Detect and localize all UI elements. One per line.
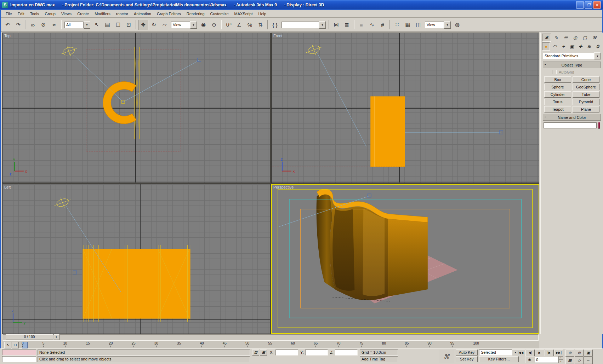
spinner-down-button[interactable]: ▾: [558, 360, 563, 363]
select-and-scale-button[interactable]: ▱: [159, 20, 170, 30]
object-type-button[interactable]: Torus: [544, 99, 571, 105]
key-mode-toggle[interactable]: ◉: [525, 357, 534, 363]
subtab-lights[interactable]: ✦: [559, 42, 567, 51]
key-selection-dropdown[interactable]: Selected ▼: [479, 349, 519, 356]
curve-editor-button[interactable]: ∿: [367, 20, 377, 30]
x-coordinate-input[interactable]: [277, 350, 298, 355]
viewport-front[interactable]: Front z: [271, 33, 539, 183]
helper-node-square[interactable]: [499, 131, 503, 134]
render-type-dropdown[interactable]: View ▼: [425, 21, 451, 29]
named-selection-dropdown[interactable]: ▼: [281, 21, 326, 29]
set-key-button[interactable]: Set Key: [456, 356, 478, 362]
extruded-c-shape-3d[interactable]: [317, 189, 428, 300]
rectangular-selection-region-button[interactable]: ☐: [113, 20, 123, 30]
object-type-button[interactable]: Sphere: [544, 84, 571, 90]
menu-item[interactable]: Help: [256, 11, 269, 17]
restore-button[interactable]: ❐: [585, 1, 592, 9]
subtab-cameras[interactable]: ▣: [568, 42, 576, 51]
menu-item[interactable]: File: [3, 11, 15, 17]
extruded-c-shape-top-view[interactable]: [103, 82, 136, 124]
add-time-tag[interactable]: Add Time Tag: [360, 356, 398, 362]
rendered-frame-window-button[interactable]: ◫: [413, 20, 423, 30]
select-and-rotate-button[interactable]: ↻: [149, 20, 159, 30]
subtab-space-warps[interactable]: ≋: [585, 42, 593, 51]
helper-gizmo[interactable]: [53, 195, 72, 210]
chevron-down-icon[interactable]: ▼: [190, 21, 197, 29]
menu-item[interactable]: Rendering: [184, 11, 207, 17]
select-by-name-button[interactable]: ▤: [102, 20, 113, 30]
tab-create[interactable]: ✱: [542, 34, 551, 42]
extrusion-wireframe-edge[interactable]: [135, 47, 140, 139]
field-of-view-button[interactable]: ◇: [575, 357, 584, 364]
bind-to-space-warp-button[interactable]: ≈: [49, 20, 59, 30]
use-pivot-center-button[interactable]: ◉: [198, 20, 209, 30]
menu-item[interactable]: Create: [74, 11, 92, 17]
track-bar-filter-button[interactable]: ⊟: [12, 342, 19, 348]
object-type-button[interactable]: Plane: [573, 106, 599, 112]
render-setup-button[interactable]: ▦: [403, 20, 413, 30]
minimize-button[interactable]: _: [576, 1, 584, 9]
select-and-manipulate-button[interactable]: ⊙: [209, 20, 219, 30]
spinner-snap-toggle[interactable]: ⇅: [255, 20, 266, 30]
extruded-object-left-view[interactable]: [83, 249, 190, 318]
next-frame-button[interactable]: |▶: [545, 349, 554, 356]
current-frame-field[interactable]: 0: [535, 357, 558, 363]
auto-key-button[interactable]: Auto Key: [456, 349, 478, 356]
open-mini-curve-editor-button[interactable]: ∿: [4, 342, 11, 348]
menu-item[interactable]: Customize: [207, 11, 232, 17]
helper-gizmo[interactable]: [304, 42, 324, 58]
object-name-input[interactable]: [544, 122, 597, 128]
viewport-left[interactable]: Left: [2, 184, 270, 334]
track-bar[interactable]: ∿ ⊟ 051015202530354045505560657075808590…: [2, 341, 539, 349]
play-button[interactable]: ▶: [535, 349, 544, 356]
chevron-down-icon[interactable]: ▼: [84, 21, 90, 29]
menu-item[interactable]: Animation: [131, 11, 154, 17]
absolute-offset-toggle[interactable]: ⊞: [260, 349, 267, 356]
set-key-mode-button[interactable]: ⌘: [439, 350, 454, 363]
zoom-extents-button[interactable]: ▣: [584, 349, 593, 357]
align-button[interactable]: ≣: [342, 20, 352, 30]
object-type-rollout-header[interactable]: - Object Type: [543, 62, 601, 68]
reference-coordinate-dropdown[interactable]: View ▼: [171, 21, 197, 29]
window-crossing-toggle[interactable]: ⊡: [124, 20, 134, 30]
viewport-front-label[interactable]: Front: [273, 34, 283, 38]
object-type-button[interactable]: Pyramid: [573, 99, 599, 105]
subtab-helpers[interactable]: ✚: [576, 42, 584, 51]
viewport-top-label[interactable]: Top: [4, 34, 11, 38]
object-type-button[interactable]: Cylinder: [544, 91, 571, 98]
viewport-perspective-label[interactable]: Perspective: [273, 185, 294, 189]
goto-start-button[interactable]: |◀◀: [516, 349, 525, 356]
name-and-color-rollout-header[interactable]: - Name and Color: [543, 114, 601, 121]
percent-snap-toggle[interactable]: %: [245, 20, 255, 30]
zoom-extents-all-button[interactable]: ▦: [565, 357, 574, 364]
autogrid-checkbox[interactable]: [552, 70, 557, 74]
edit-named-selection-sets-button[interactable]: { }: [270, 20, 280, 30]
menu-item[interactable]: Views: [58, 11, 74, 17]
maxscript-mini-listener-white[interactable]: [2, 356, 36, 362]
spinner-up-button[interactable]: ▴: [558, 356, 563, 360]
mirror-button[interactable]: ⋈: [331, 20, 341, 30]
goto-end-button[interactable]: ▶▶|: [554, 349, 563, 356]
quick-render-button[interactable]: ◍: [452, 20, 462, 30]
z-coordinate-field[interactable]: [335, 349, 358, 356]
tab-motion[interactable]: ◎: [571, 34, 580, 42]
tab-modify[interactable]: ✎: [552, 34, 561, 42]
selection-filter-dropdown[interactable]: All ▼: [64, 21, 90, 29]
layer-manager-button[interactable]: ≡: [356, 20, 366, 30]
menu-item[interactable]: MAXScript: [232, 11, 256, 17]
tab-display[interactable]: ▢: [580, 34, 589, 42]
viewport-perspective[interactable]: Perspective: [271, 184, 539, 334]
y-coordinate-field[interactable]: [305, 349, 328, 356]
previous-frame-button[interactable]: ◀|: [525, 349, 535, 356]
schematic-view-button[interactable]: #: [377, 20, 388, 30]
menu-item[interactable]: Tools: [27, 11, 42, 17]
time-slider-next-button[interactable]: ▸: [54, 334, 59, 340]
object-type-button[interactable]: Teapot: [544, 106, 571, 112]
viewport-left-label[interactable]: Left: [4, 185, 11, 189]
extruded-object-front-view[interactable]: [370, 96, 405, 167]
redo-button[interactable]: ↷: [13, 20, 23, 30]
x-coordinate-field[interactable]: [275, 349, 298, 356]
angle-snap-toggle[interactable]: ∠: [234, 20, 244, 30]
viewport-top[interactable]: Top: [2, 33, 270, 183]
object-type-button[interactable]: Cone: [573, 76, 599, 83]
